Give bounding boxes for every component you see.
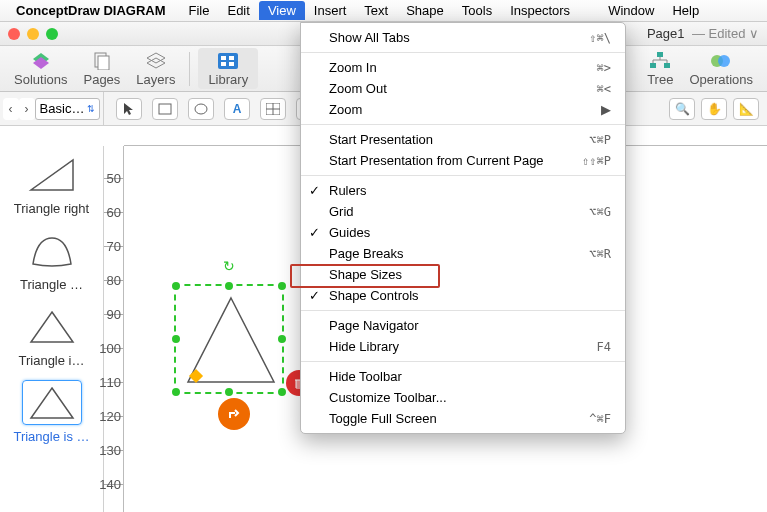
menu-item-toggle-full-screen[interactable]: Toggle Full Screen^⌘F [301,408,625,429]
pan-tool-button[interactable]: ✋ [701,98,727,120]
menu-file[interactable]: File [180,1,219,20]
menu-item-shape-sizes[interactable]: Shape Sizes [301,264,625,285]
menu-edit[interactable]: Edit [218,1,258,20]
menu-separator [301,310,625,311]
library-selector[interactable]: Basic…⇅ [35,98,101,120]
library-item-label: Triangle right [4,201,99,216]
page-label: Page1 [647,26,685,41]
library-item[interactable]: Triangle is … [0,374,103,450]
zoom-window-button[interactable] [46,28,58,40]
text-tool-button[interactable]: A [224,98,250,120]
menu-item-customize-toolbar-[interactable]: Customize Toolbar... [301,387,625,408]
svg-rect-3 [98,56,109,70]
menu-item-start-presentation-from-current-page[interactable]: Start Presentation from Current Page⇧⇧⌘P [301,150,625,171]
menu-insert[interactable]: Insert [305,1,356,20]
svg-rect-7 [221,56,226,60]
menu-text[interactable]: Text [355,1,397,20]
nav-back-button[interactable]: ‹ [3,98,19,120]
menu-window[interactable]: Window [599,1,663,20]
menu-item-hide-toolbar[interactable]: Hide Toolbar [301,366,625,387]
toolbar-library[interactable]: Library [198,48,258,89]
toolbar-label: Layers [136,72,175,87]
menu-item-label: Show All Tabs [329,30,410,45]
app-title: ConceptDraw DIAGRAM [16,3,166,18]
menu-item-label: Hide Library [329,339,399,354]
menu-inspectors[interactable]: Inspectors [501,1,579,20]
menu-hotkey: F4 [597,340,611,354]
document-tab[interactable]: Page1 — Edited ∨ [647,26,759,41]
rect-tool-button[interactable] [152,98,178,120]
menu-item-page-navigator[interactable]: Page Navigator [301,315,625,336]
menu-shape[interactable]: Shape [397,1,453,20]
library-item-label: Triangle i… [4,353,99,368]
solutions-icon [30,50,52,72]
rotate-handle-icon[interactable]: ↻ [223,258,235,274]
toolbar-operations[interactable]: Operations [683,50,759,87]
menu-item-zoom[interactable]: Zoom▶ [301,99,625,120]
library-item[interactable]: Triangle … [0,222,103,298]
menu-item-label: Zoom In [329,60,377,75]
svg-rect-12 [650,63,656,68]
toolbar-label: Library [208,72,248,87]
selected-shape[interactable]: ↻ [174,284,284,394]
toolbar-solutions[interactable]: Solutions [8,50,73,87]
menu-hotkey: ⇧⇧⌘P [582,154,611,168]
menu-item-rulers[interactable]: ✓Rulers [301,180,625,201]
shape-action-button[interactable] [218,398,250,430]
menu-item-zoom-in[interactable]: Zoom In⌘> [301,57,625,78]
menu-view[interactable]: View [259,1,305,20]
library-panel: Triangle right Triangle … Triangle i… Tr… [0,146,104,512]
menu-item-hide-library[interactable]: Hide LibraryF4 [301,336,625,357]
pointer-tool-button[interactable] [116,98,142,120]
menu-item-label: Shape Sizes [329,267,402,282]
toolbar-tree[interactable]: Tree [641,50,679,87]
resize-handle[interactable] [276,333,288,345]
zoom-tool-button[interactable]: 🔍 [669,98,695,120]
tree-icon [649,50,671,72]
menu-hotkey: ⌥⌘P [589,133,611,147]
resize-handle[interactable] [223,280,235,292]
svg-rect-8 [229,56,234,60]
menu-help[interactable]: Help [663,1,708,20]
svg-rect-16 [159,104,171,114]
close-window-button[interactable] [8,28,20,40]
menu-item-page-breaks[interactable]: Page Breaks⌥⌘R [301,243,625,264]
menu-item-grid[interactable]: Grid⌥⌘G [301,201,625,222]
library-item[interactable]: Triangle i… [0,298,103,374]
menu-hotkey: ⌘< [597,82,611,96]
resize-handle[interactable] [170,386,182,398]
resize-handle[interactable] [170,333,182,345]
layers-icon [145,50,167,72]
menu-item-shape-controls[interactable]: ✓Shape Controls [301,285,625,306]
toolbar-pages[interactable]: Pages [77,50,126,87]
operations-icon [710,50,732,72]
ellipse-tool-button[interactable] [188,98,214,120]
check-icon: ✓ [309,288,320,303]
menu-item-start-presentation[interactable]: Start Presentation⌥⌘P [301,129,625,150]
toolbar-label: Operations [689,72,753,87]
view-menu-dropdown: Show All Tabs⇧⌘\Zoom In⌘>Zoom Out⌘<Zoom▶… [300,22,626,434]
menu-item-guides[interactable]: ✓Guides [301,222,625,243]
resize-handle[interactable] [223,386,235,398]
menu-item-label: Zoom [329,102,362,117]
resize-handle[interactable] [170,280,182,292]
measure-tool-button[interactable]: 📐 [733,98,759,120]
nav-forward-button[interactable]: › [19,98,35,120]
svg-point-15 [718,55,730,67]
menu-item-zoom-out[interactable]: Zoom Out⌘< [301,78,625,99]
library-item[interactable]: Triangle right [0,146,103,222]
table-tool-button[interactable] [260,98,286,120]
toolbar-label: Pages [83,72,120,87]
menu-tools[interactable]: Tools [453,1,501,20]
check-icon: ✓ [309,183,320,198]
library-icon [217,50,239,72]
resize-handle[interactable] [276,280,288,292]
svg-rect-9 [221,62,226,66]
edited-state: — Edited ∨ [692,26,759,41]
library-item-label: Triangle is … [4,429,99,444]
menu-item-label: Rulers [329,183,367,198]
toolbar-layers[interactable]: Layers [130,50,181,87]
minimize-window-button[interactable] [27,28,39,40]
menu-item-show-all-tabs[interactable]: Show All Tabs⇧⌘\ [301,27,625,48]
svg-rect-11 [657,52,663,57]
